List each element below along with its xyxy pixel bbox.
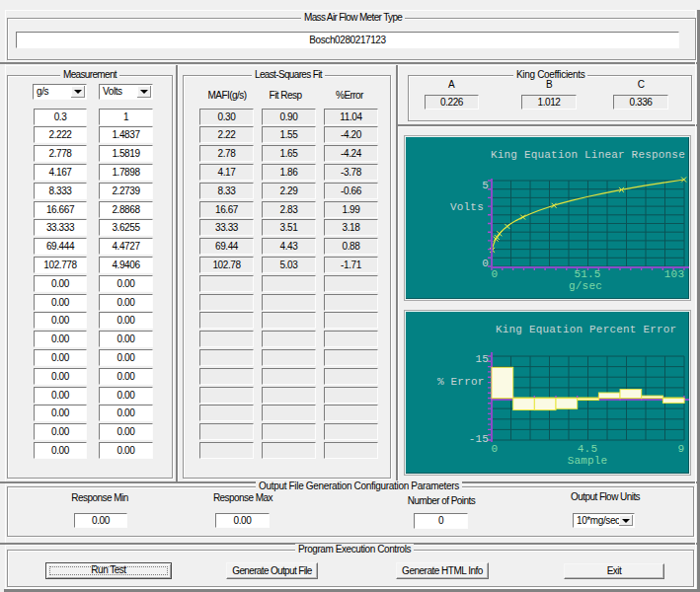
svg-text:0: 0 [492,268,499,280]
svg-text:g/sec: g/sec [569,280,602,292]
svg-text:4.5: 4.5 [578,443,597,455]
svg-text:9: 9 [678,443,685,455]
svg-text:King Equation Percent Error: King Equation Percent Error [496,324,676,335]
svg-text:5: 5 [482,180,489,191]
svg-text:0: 0 [492,443,499,455]
svg-text:51.5: 51.5 [574,268,600,280]
svg-text:Sample: Sample [568,455,608,467]
svg-text:103: 103 [664,268,684,280]
svg-text:15: 15 [475,353,489,365]
svg-text:0: 0 [482,258,489,269]
svg-text:Volts: Volts [450,201,484,213]
svg-text:-15: -15 [469,433,489,445]
svg-text:King Equation Linear Response: King Equation Linear Response [491,149,685,161]
svg-text:% Error: % Error [437,376,485,388]
